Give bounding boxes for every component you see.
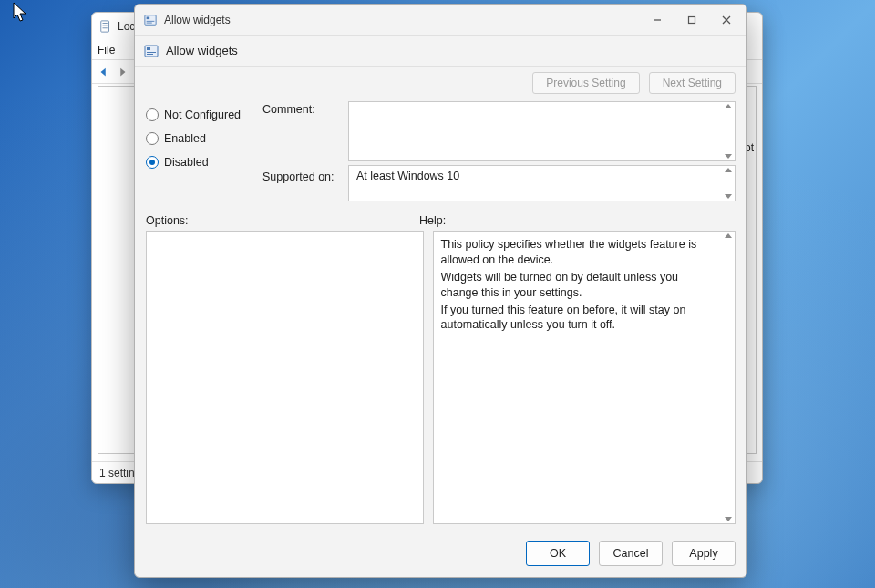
radio-disabled[interactable]: Disabled [146, 150, 262, 174]
svg-rect-4 [145, 15, 156, 25]
options-label: Options: [146, 214, 419, 227]
radio-icon [146, 156, 159, 169]
svg-rect-7 [147, 22, 152, 23]
scrollbar[interactable] [721, 166, 735, 201]
forward-icon[interactable] [116, 66, 129, 78]
mouse-cursor-icon [13, 2, 29, 24]
back-icon[interactable] [98, 66, 110, 78]
svg-rect-0 [101, 21, 109, 32]
maximize-button[interactable] [675, 8, 708, 32]
scrollbar[interactable] [721, 232, 735, 523]
scroll-down-icon[interactable] [725, 154, 732, 159]
ok-button[interactable]: OK [526, 541, 590, 566]
svg-rect-12 [147, 52, 156, 53]
scroll-down-icon[interactable] [725, 517, 732, 521]
minimize-button[interactable] [641, 8, 674, 32]
bg-title-text: Loc [118, 20, 135, 33]
radio-enabled[interactable]: Enabled [146, 127, 262, 150]
help-line: Widgets will be turned on by default unl… [441, 270, 717, 301]
dialog-header-text: Allow widgets [166, 44, 238, 57]
supported-on-box: At least Windows 10 [348, 165, 736, 201]
scroll-down-icon[interactable] [725, 194, 732, 199]
apply-button[interactable]: Apply [672, 541, 736, 566]
help-line: If you turned this feature on before, it… [441, 303, 717, 334]
help-line: This policy specifies whether the widget… [441, 237, 717, 268]
scroll-up-icon[interactable] [725, 104, 732, 108]
cancel-button[interactable]: Cancel [599, 541, 663, 566]
policy-icon [144, 14, 157, 26]
radio-icon [146, 132, 159, 145]
help-pane: This policy specifies whether the widget… [433, 231, 736, 524]
minimize-icon [653, 15, 662, 25]
previous-setting-button[interactable]: Previous Setting [532, 72, 639, 94]
dialog-header: Allow widgets [135, 36, 746, 67]
next-setting-button[interactable]: Next Setting [649, 72, 736, 94]
dialog-title: Allow widgets [164, 14, 231, 26]
radio-label: Not Configured [164, 108, 241, 121]
radio-label: Disabled [164, 156, 209, 169]
svg-rect-9 [689, 16, 695, 23]
svg-rect-5 [147, 16, 150, 19]
svg-rect-6 [147, 20, 155, 21]
scroll-up-icon[interactable] [725, 168, 732, 172]
svg-rect-11 [147, 47, 150, 50]
radio-label: Enabled [164, 132, 206, 145]
maximize-icon [687, 15, 696, 25]
svg-rect-10 [145, 46, 158, 57]
scrollbar[interactable] [721, 102, 735, 160]
comment-textarea[interactable] [348, 101, 736, 161]
document-icon [99, 20, 112, 33]
help-label: Help: [419, 214, 446, 227]
close-button[interactable] [710, 8, 743, 32]
svg-rect-13 [147, 54, 153, 55]
menu-file[interactable]: File [98, 44, 115, 57]
options-pane [146, 231, 424, 524]
radio-icon [146, 108, 159, 121]
radio-not-configured[interactable]: Not Configured [146, 103, 262, 127]
close-icon [722, 15, 731, 25]
comment-label: Comment: [262, 101, 348, 116]
scroll-up-icon[interactable] [725, 233, 732, 238]
supported-label: Supported on: [262, 169, 348, 183]
policy-header-icon [144, 44, 159, 58]
supported-on-text: At least Windows 10 [356, 170, 459, 182]
policy-dialog: Allow widgets Allow widgets Previous Set… [134, 4, 747, 578]
dialog-titlebar[interactable]: Allow widgets [135, 5, 746, 36]
state-radio-group: Not Configured Enabled Disabled [146, 101, 262, 201]
